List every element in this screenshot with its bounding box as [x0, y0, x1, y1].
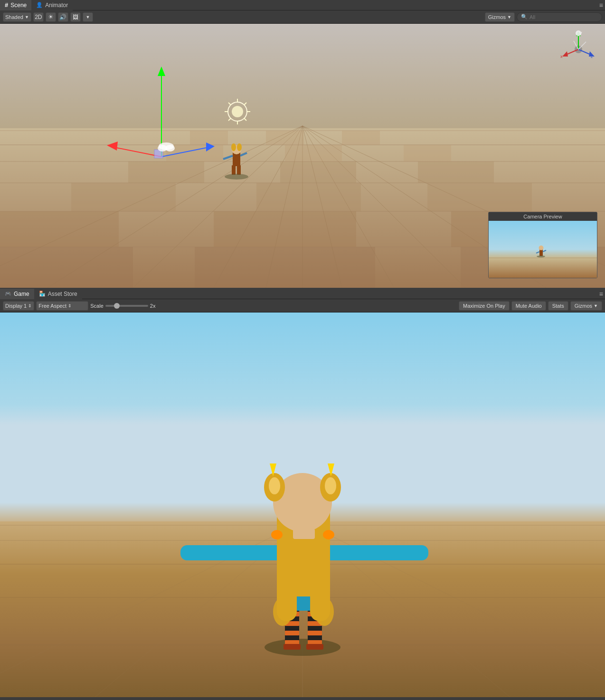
- scale-value-label: 2x: [150, 303, 156, 309]
- svg-text:x: x: [560, 54, 563, 59]
- svg-text:z: z: [591, 54, 593, 59]
- svg-rect-112: [306, 644, 323, 650]
- svg-rect-82: [539, 249, 543, 256]
- svg-rect-110: [308, 631, 322, 635]
- svg-rect-22: [342, 131, 380, 145]
- scene-viewport: y x z < Persp Camera Preview: [0, 24, 605, 288]
- tab-asset-store[interactable]: 🏪 Asset Store: [34, 289, 82, 299]
- svg-rect-117: [180, 545, 287, 560]
- gizmo-axes: y x z: [559, 30, 597, 68]
- display-label: Display 1: [5, 303, 27, 309]
- scene-tab-bar: # Scene 👤 Animator ≡: [0, 0, 605, 10]
- svg-rect-25: [404, 145, 451, 161]
- game-gizmos-chevron-icon: ▼: [594, 303, 598, 308]
- aspect-dropdown[interactable]: Free Aspect ⇕: [36, 301, 88, 311]
- svg-point-130: [323, 530, 334, 539]
- scale-control: Scale 2x: [90, 303, 155, 309]
- maximize-on-play-button[interactable]: Maximize On Play: [459, 301, 510, 311]
- asset-store-tab-icon: 🏪: [39, 291, 46, 297]
- shading-dropdown[interactable]: Shaded ▼: [3, 12, 31, 22]
- svg-point-57: [165, 145, 175, 151]
- svg-point-125: [325, 477, 336, 494]
- svg-marker-72: [562, 51, 568, 57]
- stats-button[interactable]: Stats: [548, 301, 568, 311]
- animator-tab-label: Animator: [45, 2, 68, 9]
- svg-rect-104: [285, 631, 299, 635]
- camera-preview-viewport: [489, 221, 597, 278]
- mute-audio-button[interactable]: Mute Audio: [511, 301, 546, 311]
- svg-rect-26: [128, 161, 204, 183]
- svg-rect-35: [0, 247, 133, 288]
- game-gizmos-button[interactable]: Gizmos ▼: [570, 301, 602, 311]
- asset-store-tab-label: Asset Store: [48, 291, 77, 297]
- svg-point-124: [269, 477, 280, 494]
- game-panel: 🎮 Game 🏪 Asset Store ≡ Display 1 ⇕ Free …: [0, 289, 605, 700]
- gizmos-chevron-icon: ▼: [507, 15, 511, 19]
- svg-rect-24: [285, 145, 342, 161]
- svg-rect-36: [195, 247, 375, 288]
- aspect-arrow-icon: ⇕: [68, 303, 72, 308]
- effects-button[interactable]: 🖼: [70, 12, 81, 22]
- svg-point-77: [576, 30, 581, 36]
- svg-point-129: [271, 530, 283, 539]
- image-icon: 🖼: [73, 14, 78, 20]
- svg-rect-32: [0, 211, 119, 247]
- tab-scene[interactable]: # Scene: [0, 0, 31, 10]
- svg-rect-106: [284, 644, 301, 650]
- svg-point-86: [537, 255, 545, 257]
- scene-panel: # Scene 👤 Animator ≡ Shaded ▼ 2D ☀ 🔊 🖼 ▼: [0, 0, 605, 289]
- svg-rect-29: [71, 183, 176, 211]
- gizmos-label: Gizmos: [488, 14, 506, 20]
- svg-rect-27: [280, 161, 356, 183]
- svg-point-83: [539, 246, 544, 250]
- camera-preview-title: Camera Preview: [489, 212, 597, 221]
- game-tab-menu-icon[interactable]: ≡: [599, 290, 603, 298]
- search-box[interactable]: 🔍: [517, 12, 602, 22]
- svg-rect-128: [293, 529, 315, 539]
- display-dropdown[interactable]: Display 1 ⇕: [3, 301, 34, 311]
- search-input[interactable]: [529, 14, 596, 20]
- camera-preview: Camera Preview: [488, 212, 597, 278]
- scene-toolbar: Shaded ▼ 2D ☀ 🔊 🖼 ▼ Gizmos ▼ 🔍: [0, 10, 605, 24]
- speaker-icon: 🔊: [59, 14, 66, 20]
- svg-point-61: [237, 143, 242, 151]
- 2d-button[interactable]: 2D: [33, 12, 44, 22]
- svg-point-39: [232, 106, 243, 117]
- game-scene-svg: [0, 312, 605, 697]
- gizmos-dropdown[interactable]: Gizmos ▼: [485, 12, 515, 22]
- svg-rect-30: [256, 183, 361, 211]
- svg-rect-65: [237, 165, 241, 175]
- scene-tab-icon: #: [5, 1, 8, 9]
- svg-point-60: [231, 143, 236, 151]
- scale-slider[interactable]: [105, 305, 148, 307]
- tab-game[interactable]: 🎮 Game: [0, 289, 34, 299]
- 2d-label: 2D: [35, 14, 42, 20]
- svg-rect-33: [214, 211, 356, 247]
- svg-rect-20: [190, 131, 228, 145]
- svg-rect-64: [232, 165, 236, 175]
- shading-chevron-icon: ▼: [25, 15, 29, 19]
- svg-point-100: [265, 639, 340, 656]
- svg-rect-118: [322, 545, 428, 560]
- scale-text-label: Scale: [90, 303, 104, 309]
- svg-rect-0: [0, 24, 605, 128]
- animator-tab-icon: 👤: [36, 2, 43, 8]
- svg-rect-23: [166, 145, 223, 161]
- shading-label: Shaded: [5, 14, 23, 20]
- game-viewport: [0, 312, 605, 697]
- svg-point-66: [225, 174, 248, 180]
- chevron-down-icon: ▼: [85, 15, 90, 19]
- light-toggle-button[interactable]: ☀: [46, 12, 56, 22]
- sun-icon: ☀: [48, 13, 54, 20]
- scale-thumb[interactable]: [114, 303, 120, 309]
- svg-rect-31: [427, 183, 532, 211]
- effects-arrow-button[interactable]: ▼: [83, 12, 93, 22]
- game-tab-icon: 🎮: [5, 291, 11, 297]
- display-arrow-icon: ⇕: [28, 303, 32, 308]
- tab-animator[interactable]: 👤 Animator: [31, 0, 73, 10]
- search-icon: 🔍: [521, 14, 528, 20]
- scene-tab-menu-icon[interactable]: ≡: [599, 1, 603, 9]
- game-tab-label: Game: [14, 291, 29, 297]
- scene-tab-label: Scene: [10, 2, 27, 9]
- audio-toggle-button[interactable]: 🔊: [58, 12, 68, 22]
